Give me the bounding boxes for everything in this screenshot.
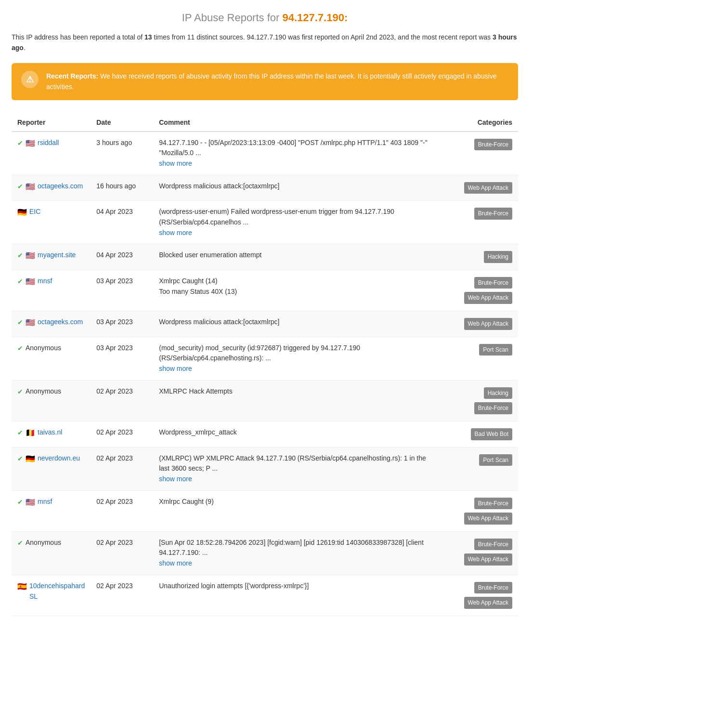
badge-block: HackingBrute-Force	[447, 386, 512, 415]
reporter-cell: ✔🇺🇸octageeks.com	[12, 311, 91, 337]
flag-icon: 🇺🇸	[26, 317, 35, 329]
category-badge: Brute-Force	[474, 208, 512, 220]
comment-cell: 94.127.7.190 - - [05/Apr/2023:13:13:09 -…	[153, 132, 441, 175]
comment-cell: Unauthorized login attempts [{'wordpress…	[153, 575, 441, 616]
table-row: ✔🇧🇪taivas.nl02 Apr 2023Wordpress_xmlrpc_…	[12, 421, 518, 447]
col-comment: Comment	[153, 114, 441, 132]
category-badge: Web App Attack	[464, 597, 513, 609]
reporter-cell: ✔Anonymous	[12, 531, 91, 575]
comment-cell: Wordpress malicious attack:[octaxmlrpc]	[153, 311, 441, 337]
table-row: 🇩🇪EIC04 Apr 2023(wordpress-user-enum) Fa…	[12, 201, 518, 244]
reporter-link[interactable]: taivas.nl	[38, 427, 62, 438]
col-date: Date	[91, 114, 153, 132]
table-row: ✔🇺🇸mnsf03 Apr 2023Xmlrpc Caught (14)Too …	[12, 270, 518, 311]
badge-block: Brute-ForceWeb App Attack	[447, 581, 512, 610]
alert-text: Recent Reports: We have received reports…	[46, 71, 508, 92]
comment-text: (wordpress-user-enum) Failed wordpress-u…	[159, 208, 394, 226]
categories-cell: Bad Web Bot	[441, 421, 518, 447]
verified-check-icon: ✔	[17, 538, 23, 549]
verified-check-icon: ✔	[17, 387, 23, 397]
show-more-link[interactable]: show more	[159, 228, 435, 238]
reporter-cell: ✔🇺🇸rsiddall	[12, 132, 91, 175]
categories-cell: Brute-Force	[441, 201, 518, 244]
categories-cell: Hacking	[441, 244, 518, 270]
categories-cell: Brute-Force	[441, 132, 518, 175]
comment-text: Wordpress malicious attack:[octaxmlrpc]	[159, 182, 279, 190]
reporter-name: Anonymous	[26, 386, 61, 397]
show-more-link[interactable]: show more	[159, 158, 435, 169]
reporter-cell: 🇪🇸10dencehispahard SL	[12, 575, 91, 616]
reporter-link[interactable]: rsiddall	[38, 138, 59, 148]
badge-block: Brute-ForceWeb App Attack	[447, 497, 512, 526]
alert-bold: Recent Reports:	[46, 72, 98, 80]
table-row: ✔Anonymous02 Apr 2023[Sun Apr 02 18:52:2…	[12, 531, 518, 575]
table-row: ✔🇩🇪neverdown.eu02 Apr 2023(XMLRPC) WP XM…	[12, 447, 518, 490]
date-cell: 03 Apr 2023	[91, 311, 153, 337]
verified-check-icon: ✔	[17, 276, 23, 287]
comment-cell: Wordpress malicious attack:[octaxmlrpc]	[153, 175, 441, 201]
reporter-cell: ✔Anonymous	[12, 337, 91, 380]
date-cell: 02 Apr 2023	[91, 421, 153, 447]
category-badge: Brute-Force	[474, 498, 512, 510]
comment-text: Xmlrpc Caught (14)	[159, 277, 217, 285]
reporter-link[interactable]: mnsf	[38, 497, 52, 507]
reporter-link[interactable]: octageeks.com	[38, 181, 83, 192]
date-cell: 02 Apr 2023	[91, 380, 153, 421]
badge-block: Brute-Force	[447, 138, 512, 152]
table-row: 🇪🇸10dencehispahard SL02 Apr 2023Unauthor…	[12, 575, 518, 616]
category-badge: Brute-Force	[474, 139, 512, 151]
reporter-link[interactable]: myagent.site	[38, 250, 76, 261]
reporter-link[interactable]: EIC	[29, 207, 40, 217]
comment-text: Wordpress malicious attack:[octaxmlrpc]	[159, 318, 279, 326]
categories-cell: Brute-ForceWeb App Attack	[441, 575, 518, 616]
comment-cell: Xmlrpc Caught (14)Too many Status 40X (1…	[153, 270, 441, 311]
date-cell: 04 Apr 2023	[91, 244, 153, 270]
show-more-link[interactable]: show more	[159, 558, 435, 569]
reporter-link[interactable]: octageeks.com	[38, 317, 83, 328]
table-row: ✔🇺🇸mnsf02 Apr 2023Xmlrpc Caught (9)Brute…	[12, 490, 518, 531]
title-ip: 94.127.7.190:	[282, 12, 348, 24]
table-header: Reporter Date Comment Categories	[12, 114, 518, 132]
reporter-name: Anonymous	[26, 538, 61, 548]
categories-cell: Brute-ForceWeb App Attack	[441, 531, 518, 575]
reporter-cell: ✔🇺🇸mnsf	[12, 270, 91, 311]
categories-cell: Port Scan	[441, 337, 518, 380]
reporter-cell: ✔🇺🇸mnsf	[12, 490, 91, 531]
flag-icon: 🇺🇸	[26, 138, 35, 150]
flag-icon: 🇩🇪	[17, 207, 27, 219]
badge-block: Bad Web Bot	[447, 427, 512, 441]
categories-cell: Port Scan	[441, 447, 518, 490]
flag-icon: 🇺🇸	[26, 276, 35, 288]
show-more-link[interactable]: show more	[159, 474, 435, 485]
show-more-link[interactable]: show more	[159, 364, 435, 374]
flag-icon: 🇧🇪	[26, 427, 35, 439]
category-badge: Brute-Force	[474, 539, 512, 551]
flag-icon: 🇩🇪	[26, 453, 35, 465]
date-cell: 02 Apr 2023	[91, 531, 153, 575]
badge-block: Web App Attack	[447, 317, 512, 331]
comment-cell: [Sun Apr 02 18:52:28.794206 2023] [fcgid…	[153, 531, 441, 575]
reporter-cell: ✔🇺🇸octageeks.com	[12, 175, 91, 201]
reporter-link[interactable]: 10dencehispahard SL	[29, 581, 85, 602]
reporter-cell: ✔🇺🇸myagent.site	[12, 244, 91, 270]
verified-check-icon: ✔	[17, 317, 23, 328]
reporter-link[interactable]: neverdown.eu	[38, 453, 80, 464]
comment-text: XMLRPC Hack Attempts	[159, 387, 233, 395]
categories-cell: Web App Attack	[441, 175, 518, 201]
category-badge: Hacking	[484, 387, 512, 399]
reporter-cell: ✔Anonymous	[12, 380, 91, 421]
date-cell: 02 Apr 2023	[91, 490, 153, 531]
categories-cell: HackingBrute-Force	[441, 380, 518, 421]
date-cell: 3 hours ago	[91, 132, 153, 175]
summary-text: This IP address has been reported a tota…	[12, 32, 518, 53]
category-badge: Bad Web Bot	[471, 428, 513, 440]
reports-table: Reporter Date Comment Categories ✔🇺🇸rsid…	[12, 114, 518, 616]
table-row: ✔🇺🇸octageeks.com03 Apr 2023Wordpress mal…	[12, 311, 518, 337]
reporter-cell: ✔🇧🇪taivas.nl	[12, 421, 91, 447]
comment-cell: Wordpress_xmlrpc_attack	[153, 421, 441, 447]
reporter-link[interactable]: mnsf	[38, 276, 52, 287]
col-categories: Categories	[441, 114, 518, 132]
category-badge: Web App Attack	[464, 182, 513, 194]
verified-check-icon: ✔	[17, 343, 23, 354]
verified-check-icon: ✔	[17, 138, 23, 149]
